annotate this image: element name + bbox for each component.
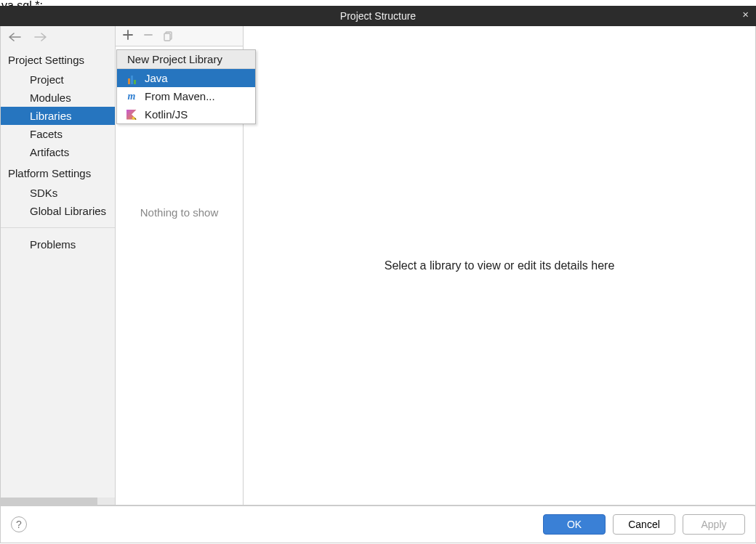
cancel-button[interactable]: Cancel bbox=[613, 514, 675, 535]
popup-item-label: Java bbox=[145, 72, 168, 84]
close-icon[interactable]: × bbox=[742, 9, 749, 20]
add-icon[interactable] bbox=[123, 30, 133, 42]
help-icon[interactable]: ? bbox=[11, 516, 27, 532]
popup-item-kotlin-js[interactable]: Kotlin/JS bbox=[117, 105, 255, 123]
sidebar-scrollbar[interactable] bbox=[1, 498, 115, 505]
sidebar-item-sdks[interactable]: SDKs bbox=[1, 184, 115, 202]
sidebar-separator bbox=[1, 227, 115, 228]
copy-icon bbox=[164, 31, 174, 41]
detail-placeholder: Select a library to view or edit its det… bbox=[385, 259, 615, 272]
sidebar-item-facets[interactable]: Facets bbox=[1, 125, 115, 143]
maven-icon: m bbox=[126, 91, 137, 102]
sidebar-item-problems[interactable]: Problems bbox=[1, 235, 115, 253]
ok-button[interactable]: OK bbox=[543, 514, 606, 535]
sidebar-item-project[interactable]: Project bbox=[1, 70, 115, 89]
remove-icon bbox=[143, 30, 153, 42]
project-settings-header: Project Settings bbox=[1, 48, 115, 70]
kotlin-icon bbox=[126, 109, 137, 121]
back-icon[interactable] bbox=[8, 30, 21, 45]
background-code-fragment: va.sql.*; bbox=[0, 0, 756, 6]
popup-item-label: From Maven... bbox=[145, 90, 215, 102]
library-toolbar bbox=[116, 26, 243, 46]
dialog-body: Project Settings Project Modules Librari… bbox=[0, 26, 756, 506]
new-library-popup: New Project Library Java m From Maven...… bbox=[116, 49, 256, 124]
platform-settings-header: Platform Settings bbox=[1, 161, 115, 184]
dialog-footer: ? OK Cancel Apply bbox=[0, 506, 756, 543]
popup-item-maven[interactable]: m From Maven... bbox=[117, 87, 255, 105]
dialog-title: Project Structure bbox=[340, 10, 416, 22]
popup-header: New Project Library bbox=[117, 50, 255, 69]
sidebar-item-artifacts[interactable]: Artifacts bbox=[1, 143, 115, 161]
sidebar-scrollbar-thumb[interactable] bbox=[1, 498, 97, 505]
sidebar: Project Settings Project Modules Librari… bbox=[1, 26, 116, 505]
svg-rect-1 bbox=[164, 33, 170, 41]
dialog-titlebar: Project Structure × bbox=[0, 6, 756, 26]
java-icon bbox=[126, 73, 137, 84]
apply-button: Apply bbox=[683, 514, 745, 535]
sidebar-item-global-libraries[interactable]: Global Libraries bbox=[1, 202, 115, 220]
detail-panel: Select a library to view or edit its det… bbox=[244, 26, 755, 505]
popup-item-java[interactable]: Java bbox=[117, 69, 255, 87]
sidebar-item-libraries[interactable]: Libraries bbox=[1, 107, 115, 125]
popup-item-label: Kotlin/JS bbox=[145, 108, 188, 121]
forward-icon[interactable] bbox=[34, 30, 47, 45]
sidebar-item-modules[interactable]: Modules bbox=[1, 89, 115, 107]
nav-arrows bbox=[1, 26, 115, 48]
